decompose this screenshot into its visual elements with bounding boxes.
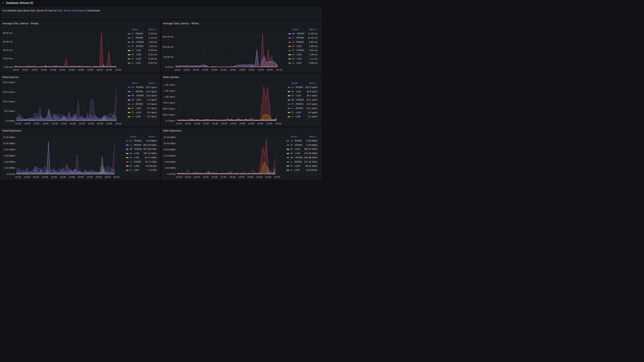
svg-text:14:35: 14:35 bbox=[212, 122, 218, 125]
svg-text:14:50: 14:50 bbox=[79, 122, 85, 125]
svg-text:14:45: 14:45 bbox=[69, 176, 75, 178]
svg-text:15:00: 15:00 bbox=[96, 176, 102, 178]
svg-text:14:30: 14:30 bbox=[202, 176, 208, 178]
svg-text:14:45: 14:45 bbox=[69, 68, 75, 71]
svg-text:2.00 MiB/s: 2.00 MiB/s bbox=[4, 167, 15, 169]
svg-text:14:25: 14:25 bbox=[32, 68, 38, 71]
svg-text:200.0 ops/s: 200.0 ops/s bbox=[3, 81, 15, 84]
svg-text:14:50: 14:50 bbox=[78, 176, 84, 178]
svg-text:0.00 B/s: 0.00 B/s bbox=[6, 173, 15, 175]
svg-text:8.00 MiB/s: 8.00 MiB/s bbox=[165, 160, 176, 163]
svg-text:20.00 ms: 20.00 ms bbox=[3, 57, 13, 60]
svg-text:14:15: 14:15 bbox=[176, 176, 182, 178]
svg-text:14:35: 14:35 bbox=[51, 176, 57, 178]
svg-text:14:30: 14:30 bbox=[202, 68, 208, 71]
svg-text:15:05: 15:05 bbox=[105, 176, 110, 178]
svg-text:100.00 ms: 100.00 ms bbox=[162, 46, 174, 48]
svg-text:80.00 ms: 80.00 ms bbox=[3, 32, 13, 34]
svg-text:40.00 ms: 40.00 ms bbox=[3, 49, 13, 51]
svg-text:14:35: 14:35 bbox=[212, 176, 218, 178]
svg-text:14:55: 14:55 bbox=[248, 122, 254, 125]
svg-text:14:20: 14:20 bbox=[185, 176, 191, 178]
svg-text:14:50: 14:50 bbox=[78, 68, 84, 71]
svg-text:0.0 ops/s: 0.0 ops/s bbox=[6, 119, 15, 122]
svg-text:14:20: 14:20 bbox=[22, 68, 28, 71]
svg-text:14:45: 14:45 bbox=[230, 122, 236, 125]
svg-text:15:10: 15:10 bbox=[275, 122, 281, 125]
svg-text:50.00 ms: 50.00 ms bbox=[164, 56, 174, 58]
svg-text:50.0 ops/s: 50.0 ops/s bbox=[4, 110, 15, 112]
svg-text:14:15: 14:15 bbox=[13, 68, 19, 71]
svg-text:10.00 MiB/s: 10.00 MiB/s bbox=[3, 142, 16, 145]
svg-text:14:20: 14:20 bbox=[24, 176, 30, 178]
svg-text:15:10: 15:10 bbox=[276, 68, 282, 71]
svg-text:14:15: 14:15 bbox=[15, 176, 21, 178]
svg-text:14:25: 14:25 bbox=[34, 122, 40, 125]
svg-text:14:45: 14:45 bbox=[230, 176, 236, 178]
svg-text:14:40: 14:40 bbox=[59, 68, 65, 71]
svg-text:14:25: 14:25 bbox=[33, 176, 39, 178]
svg-text:14:30: 14:30 bbox=[42, 176, 48, 178]
svg-text:14:35: 14:35 bbox=[50, 68, 56, 71]
svg-text:14:30: 14:30 bbox=[41, 68, 47, 71]
svg-text:15:10: 15:10 bbox=[114, 176, 120, 178]
svg-text:15:05: 15:05 bbox=[265, 176, 271, 178]
svg-text:12.00 MiB/s: 12.00 MiB/s bbox=[164, 154, 176, 157]
svg-text:14:55: 14:55 bbox=[248, 68, 254, 71]
svg-text:14:40: 14:40 bbox=[221, 68, 227, 71]
svg-text:15:05: 15:05 bbox=[106, 68, 112, 71]
svg-text:15:00: 15:00 bbox=[257, 122, 263, 125]
svg-text:1.5K ops/s: 1.5K ops/s bbox=[164, 83, 175, 86]
svg-text:14:55: 14:55 bbox=[87, 176, 93, 178]
svg-text:14:20: 14:20 bbox=[184, 68, 190, 71]
svg-text:500.0 ops/s: 500.0 ops/s bbox=[163, 107, 175, 110]
svg-text:20.00 MiB/s: 20.00 MiB/s bbox=[164, 142, 176, 145]
svg-text:14:40: 14:40 bbox=[61, 122, 67, 125]
svg-text:150.0 ops/s: 150.0 ops/s bbox=[3, 90, 15, 93]
svg-text:14:15: 14:15 bbox=[174, 68, 180, 71]
svg-text:4.00 MiB/s: 4.00 MiB/s bbox=[4, 160, 15, 163]
svg-text:0.00 B/s: 0.00 B/s bbox=[167, 173, 176, 175]
svg-text:14:25: 14:25 bbox=[194, 122, 200, 125]
svg-text:0.00 ms: 0.00 ms bbox=[4, 66, 13, 68]
svg-text:4.00 MiB/s: 4.00 MiB/s bbox=[165, 167, 176, 169]
svg-text:14:45: 14:45 bbox=[230, 68, 236, 71]
svg-text:14:35: 14:35 bbox=[52, 122, 58, 125]
svg-text:15:10: 15:10 bbox=[115, 68, 121, 71]
svg-text:12.00 MiB/s: 12.00 MiB/s bbox=[3, 136, 16, 138]
svg-text:14:30: 14:30 bbox=[43, 122, 48, 125]
svg-text:14:20: 14:20 bbox=[24, 122, 30, 125]
svg-text:16.00 MiB/s: 16.00 MiB/s bbox=[164, 148, 176, 151]
svg-text:6.00 MiB/s: 6.00 MiB/s bbox=[4, 154, 15, 157]
svg-text:14:55: 14:55 bbox=[247, 176, 253, 178]
svg-text:14:25: 14:25 bbox=[194, 176, 200, 178]
svg-text:14:50: 14:50 bbox=[238, 176, 244, 178]
svg-text:14:15: 14:15 bbox=[176, 122, 182, 125]
svg-text:1.0K ops/s: 1.0K ops/s bbox=[164, 95, 175, 98]
svg-text:14:55: 14:55 bbox=[88, 122, 94, 125]
svg-text:0.0 ops/s: 0.0 ops/s bbox=[166, 119, 175, 122]
svg-text:15:05: 15:05 bbox=[267, 68, 273, 71]
svg-text:0.00 ms: 0.00 ms bbox=[165, 66, 174, 68]
svg-text:24.00 MiB/s: 24.00 MiB/s bbox=[164, 136, 176, 138]
svg-text:60.00 ms: 60.00 ms bbox=[3, 40, 13, 43]
svg-text:14:40: 14:40 bbox=[60, 176, 66, 178]
svg-text:15:00: 15:00 bbox=[258, 68, 264, 71]
svg-text:150.00 ms: 150.00 ms bbox=[162, 35, 174, 38]
svg-text:15:00: 15:00 bbox=[97, 122, 103, 125]
svg-text:750.0 ops/s: 750.0 ops/s bbox=[163, 101, 175, 104]
svg-text:1.3K ops/s: 1.3K ops/s bbox=[164, 89, 175, 92]
svg-text:8.00 MiB/s: 8.00 MiB/s bbox=[4, 148, 15, 151]
svg-text:14:35: 14:35 bbox=[212, 68, 217, 71]
svg-text:15:00: 15:00 bbox=[256, 176, 262, 178]
svg-text:14:45: 14:45 bbox=[70, 122, 76, 125]
svg-text:14:25: 14:25 bbox=[193, 68, 199, 71]
svg-text:14:15: 14:15 bbox=[15, 122, 21, 125]
svg-text:15:05: 15:05 bbox=[266, 122, 272, 125]
svg-text:14:55: 14:55 bbox=[87, 68, 93, 71]
svg-text:14:50: 14:50 bbox=[239, 122, 245, 125]
svg-text:14:40: 14:40 bbox=[220, 176, 226, 178]
svg-text:14:50: 14:50 bbox=[239, 68, 245, 71]
svg-text:100.0 ops/s: 100.0 ops/s bbox=[3, 100, 15, 103]
svg-text:250.0 ops/s: 250.0 ops/s bbox=[163, 113, 175, 116]
